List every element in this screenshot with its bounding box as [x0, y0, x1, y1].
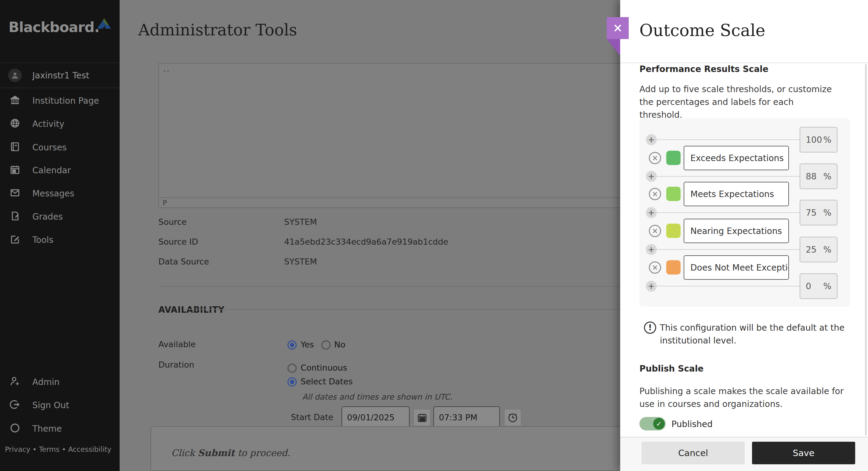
- threshold-line: [657, 286, 800, 287]
- sidebar-item-label: Admin: [32, 377, 60, 387]
- field-value-data-source: SYSTEM: [284, 257, 317, 266]
- add-threshold-button[interactable]: +: [646, 244, 657, 255]
- tools-icon: [9, 233, 21, 245]
- sidebar-item-grades[interactable]: Grades: [0, 204, 120, 228]
- institution-icon: [9, 94, 21, 106]
- clock-picker-button[interactable]: [504, 409, 521, 426]
- close-panel-button[interactable]: [607, 17, 629, 39]
- sidebar-item-label: Tools: [32, 235, 54, 245]
- sidebar: Blackboard. Jaxinstr1 Test Institution P…: [0, 0, 120, 471]
- sidebar-item-institution-page[interactable]: Institution Page: [0, 89, 120, 112]
- percent-value: 75: [806, 208, 817, 218]
- sidebar-item-tools[interactable]: Tools: [0, 228, 120, 251]
- scale-thresholds-card: + 100% × Exceeds Expectations + 88% × Me…: [640, 119, 850, 307]
- availability-heading: AVAILABILITY: [158, 305, 225, 315]
- threshold-color-swatch[interactable]: [666, 224, 681, 238]
- percent-input[interactable]: 75%: [800, 200, 837, 226]
- rich-text-editor[interactable]: .. P: [158, 63, 679, 208]
- sidebar-item-label: Theme: [32, 424, 62, 434]
- scale-description: Add up to five scale thresholds, or cust…: [640, 83, 838, 122]
- sidebar-item-label: Institution Page: [32, 96, 99, 106]
- panel-footer: Cancel Save: [620, 437, 868, 471]
- hint-bold: Submit: [198, 447, 235, 458]
- threshold-label-input[interactable]: Does Not Meet Exception: [684, 255, 789, 280]
- sidebar-user[interactable]: Jaxinstr1 Test: [0, 63, 120, 88]
- toggle-check-icon: ✓: [653, 418, 665, 430]
- blackboard-logo: Blackboard.: [8, 19, 99, 35]
- save-button[interactable]: Save: [752, 442, 855, 464]
- percent-symbol: %: [823, 281, 831, 291]
- sidebar-item-admin[interactable]: Admin: [0, 370, 120, 393]
- available-no-radio[interactable]: [321, 340, 331, 349]
- duration-select-dates-label[interactable]: Select Dates: [301, 377, 352, 386]
- start-time-input[interactable]: 07:33 PM: [433, 406, 500, 428]
- percent-input[interactable]: 88%: [800, 164, 837, 189]
- calendar-picker-button[interactable]: [413, 409, 431, 426]
- sidebar-item-label: Activity: [32, 119, 64, 129]
- available-yes-radio[interactable]: [287, 340, 297, 349]
- threshold-label-input[interactable]: Meets Expectations: [684, 182, 789, 206]
- percent-input[interactable]: 25%: [800, 237, 837, 262]
- duration-continuous-radio[interactable]: [287, 364, 297, 373]
- remove-threshold-button[interactable]: ×: [649, 225, 661, 237]
- hint-prefix: Click: [171, 447, 198, 458]
- threshold-color-swatch[interactable]: [666, 187, 681, 201]
- available-yes-label[interactable]: Yes: [301, 340, 314, 349]
- percent-value: 100: [806, 135, 822, 145]
- percent-value: 25: [806, 245, 817, 255]
- user-name: Jaxinstr1 Test: [32, 70, 89, 80]
- percent-symbol: %: [823, 245, 831, 255]
- available-no-label[interactable]: No: [334, 340, 345, 349]
- sidebar-footer-links[interactable]: Privacy • Terms • Accessibility: [5, 445, 112, 453]
- calendar-icon: [9, 164, 21, 176]
- courses-icon: [9, 141, 21, 153]
- threshold-line: [657, 212, 800, 213]
- remove-threshold-button[interactable]: ×: [649, 262, 661, 274]
- cancel-button[interactable]: Cancel: [642, 442, 745, 464]
- page-title: Administrator Tools: [138, 21, 297, 39]
- sidebar-item-label: Messages: [32, 189, 74, 199]
- threshold-color-swatch[interactable]: [666, 151, 681, 165]
- remove-threshold-button[interactable]: ×: [649, 188, 661, 200]
- add-threshold-button[interactable]: +: [646, 207, 657, 218]
- panel-scrollbar[interactable]: [865, 64, 867, 436]
- editor-status-bar: P: [159, 197, 678, 207]
- grades-icon: [9, 210, 21, 222]
- submit-hint-text: Click Submit to proceed.: [171, 447, 290, 458]
- percent-input[interactable]: 0%: [800, 273, 837, 299]
- close-icon: [613, 23, 623, 33]
- globe-icon: [9, 117, 21, 129]
- add-threshold-button[interactable]: +: [646, 171, 657, 182]
- performance-results-heading: Performance Results Scale: [640, 64, 769, 74]
- sidebar-item-label: Calendar: [32, 165, 71, 175]
- threshold-color-swatch[interactable]: [666, 260, 681, 274]
- available-label: Available: [158, 339, 196, 349]
- close-button-fold: [607, 39, 620, 56]
- threshold-line: [657, 176, 800, 177]
- sidebar-item-theme[interactable]: Theme: [0, 416, 120, 440]
- publish-scale-heading: Publish Scale: [640, 364, 704, 374]
- sidebar-item-messages[interactable]: Messages: [0, 181, 120, 204]
- remove-threshold-button[interactable]: ×: [649, 152, 661, 164]
- submit-hint-panel: Click Submit to proceed.: [151, 426, 679, 471]
- threshold-line: [657, 139, 800, 140]
- field-label-source-id: Source ID: [158, 237, 198, 246]
- field-label-data-source: Data Source: [158, 257, 209, 266]
- threshold-label-input[interactable]: Nearing Expectations: [684, 219, 789, 243]
- start-date-input[interactable]: 09/01/2025: [342, 406, 410, 428]
- published-toggle[interactable]: ✓: [640, 417, 665, 430]
- add-threshold-button[interactable]: +: [646, 281, 657, 292]
- threshold-line: [657, 249, 800, 250]
- utc-note: All dates and times are shown in UTC.: [302, 392, 453, 401]
- sidebar-item-activity[interactable]: Activity: [0, 112, 120, 135]
- sidebar-item-calendar[interactable]: Calendar: [0, 158, 120, 181]
- duration-continuous-label[interactable]: Continuous: [301, 363, 347, 372]
- add-threshold-button[interactable]: +: [646, 134, 657, 145]
- duration-select-dates-radio[interactable]: [287, 377, 297, 386]
- sidebar-item-sign-out[interactable]: Sign Out: [0, 393, 120, 416]
- sign-out-icon: [9, 398, 21, 411]
- sidebar-item-courses[interactable]: Courses: [0, 135, 120, 158]
- avatar: [8, 69, 22, 82]
- percent-input[interactable]: 100%: [800, 127, 837, 153]
- threshold-label-input[interactable]: Exceeds Expectations: [684, 146, 789, 170]
